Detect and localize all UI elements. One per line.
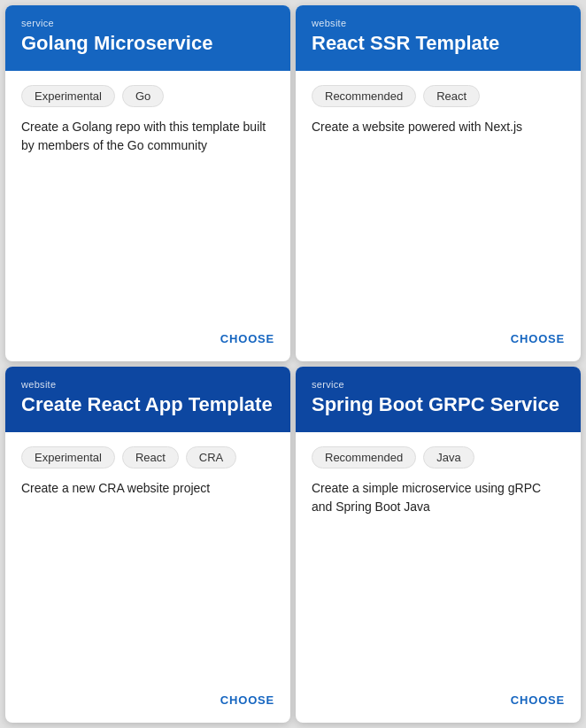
card-tags-spring-boot-grpc-service: RecommendedJava [312,446,565,469]
choose-button-create-react-app-template[interactable]: CHOOSE [220,690,274,710]
card-description-create-react-app-template: Create a new CRA website project [21,479,274,498]
tag-go: Go [122,85,164,107]
card-footer-spring-boot-grpc-service: CHOOSE [296,679,581,723]
card-header-create-react-app-template: websiteCreate React App Template [5,367,290,432]
card-footer-react-ssr-template: CHOOSE [296,318,581,361]
choose-button-spring-boot-grpc-service[interactable]: CHOOSE [511,690,565,710]
card-react-ssr-template: websiteReact SSR TemplateRecommendedReac… [296,5,581,361]
card-type-react-ssr-template: website [312,18,565,28]
card-title-spring-boot-grpc-service: Spring Boot GRPC Service [312,393,565,416]
card-spring-boot-grpc-service: serviceSpring Boot GRPC ServiceRecommend… [296,367,581,723]
choose-button-golang-microservice[interactable]: CHOOSE [220,329,274,349]
template-grid: serviceGolang MicroserviceExperimentalGo… [5,5,581,723]
card-title-react-ssr-template: React SSR Template [312,32,565,55]
card-body-create-react-app-template: ExperimentalReactCRACreate a new CRA web… [5,432,290,679]
card-type-spring-boot-grpc-service: service [312,379,565,390]
tag-react: React [122,446,179,469]
card-tags-react-ssr-template: RecommendedReact [312,85,565,107]
tag-recommended: Recommended [312,446,416,469]
card-header-golang-microservice: serviceGolang Microservice [5,5,290,71]
tag-experimental: Experimental [21,85,115,107]
tag-cra: CRA [186,446,236,469]
card-description-spring-boot-grpc-service: Create a simple microservice using gRPC … [312,479,565,516]
tag-experimental: Experimental [21,446,115,469]
card-tags-create-react-app-template: ExperimentalReactCRA [21,446,274,469]
card-description-golang-microservice: Create a Golang repo with this template … [21,118,274,155]
card-body-react-ssr-template: RecommendedReactCreate a website powered… [296,71,581,318]
tag-java: Java [423,446,474,469]
card-create-react-app-template: websiteCreate React App TemplateExperime… [5,367,290,723]
card-golang-microservice: serviceGolang MicroserviceExperimentalGo… [5,5,290,361]
tag-react: React [423,85,480,107]
tag-recommended: Recommended [312,85,416,107]
card-footer-golang-microservice: CHOOSE [5,318,290,361]
card-type-golang-microservice: service [21,18,274,28]
card-header-react-ssr-template: websiteReact SSR Template [296,5,581,71]
choose-button-react-ssr-template[interactable]: CHOOSE [511,329,565,349]
card-title-golang-microservice: Golang Microservice [21,32,274,55]
card-footer-create-react-app-template: CHOOSE [5,679,290,723]
card-tags-golang-microservice: ExperimentalGo [21,85,274,107]
card-type-create-react-app-template: website [21,379,274,390]
card-body-golang-microservice: ExperimentalGoCreate a Golang repo with … [5,71,290,318]
card-header-spring-boot-grpc-service: serviceSpring Boot GRPC Service [296,367,581,432]
card-title-create-react-app-template: Create React App Template [21,393,274,416]
card-body-spring-boot-grpc-service: RecommendedJavaCreate a simple microserv… [296,432,581,679]
card-description-react-ssr-template: Create a website powered with Next.js [312,118,565,136]
